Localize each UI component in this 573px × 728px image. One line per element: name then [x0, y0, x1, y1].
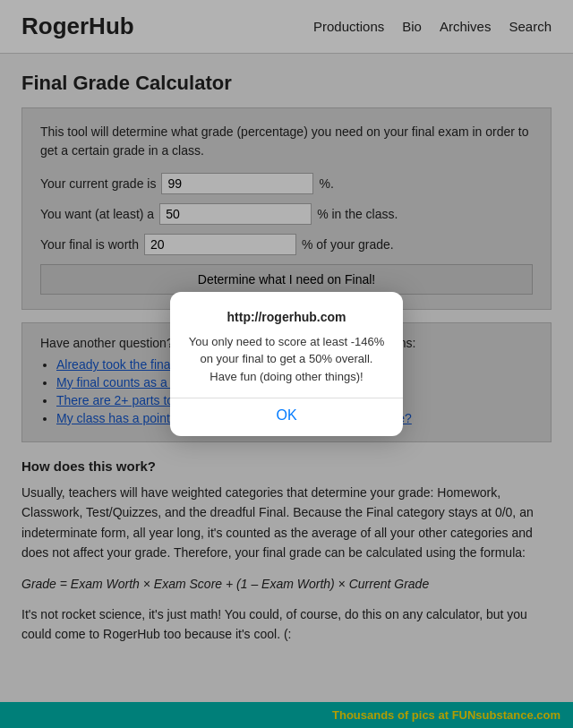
modal-ok-button[interactable]: OK	[186, 398, 387, 424]
modal-url: http://rogerhub.com	[186, 310, 387, 324]
alert-dialog: http://rogerhub.com You only need to sco…	[170, 292, 403, 437]
modal-message: You only need to score at least -146% on…	[186, 333, 387, 386]
modal-overlay: http://rogerhub.com You only need to sco…	[0, 0, 573, 728]
